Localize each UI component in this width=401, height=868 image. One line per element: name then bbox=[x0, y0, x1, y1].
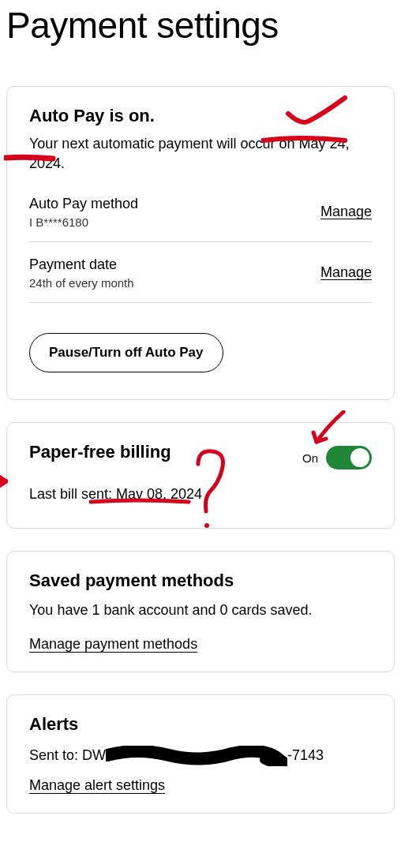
manage-alert-settings-link[interactable]: Manage alert settings bbox=[29, 777, 165, 794]
paperfree-last-bill: Last bill sent: May 08, 2024 bbox=[29, 486, 372, 503]
saved-methods-summary: You have 1 bank account and 0 cards save… bbox=[29, 602, 372, 619]
saved-methods-title: Saved payment methods bbox=[29, 571, 372, 591]
manage-payment-methods-link[interactable]: Manage payment methods bbox=[29, 636, 197, 653]
svg-point-0 bbox=[204, 523, 209, 528]
paperfree-toggle-label: On bbox=[302, 451, 318, 465]
autopay-date-row: Payment date 24th of every month Manage bbox=[29, 256, 372, 303]
manage-date-link[interactable]: Manage bbox=[320, 256, 372, 281]
autopay-date-value: 24th of every month bbox=[29, 276, 134, 290]
paperfree-title: Paper-free billing bbox=[29, 442, 171, 462]
manage-method-link[interactable]: Manage bbox=[320, 196, 372, 220]
autopay-date-label: Payment date bbox=[29, 256, 134, 273]
paperfree-toggle[interactable] bbox=[326, 446, 372, 470]
autopay-next-payment: Your next automatic payment will occur o… bbox=[29, 134, 372, 174]
saved-methods-card: Saved payment methods You have 1 bank ac… bbox=[6, 551, 395, 672]
redaction-scribble bbox=[106, 746, 287, 766]
alerts-sent-suffix: -7143 bbox=[287, 747, 324, 763]
autopay-method-label: Auto Pay method bbox=[29, 196, 138, 212]
autopay-card: Auto Pay is on. Your next automatic paym… bbox=[6, 86, 395, 400]
alerts-card: Alerts Sent to: DW-7143 Manage alert set… bbox=[6, 694, 395, 814]
alerts-title: Alerts bbox=[29, 714, 372, 735]
annotation-arrow-lastbill bbox=[0, 472, 10, 491]
annotation-arrow-toggle bbox=[310, 410, 350, 445]
autopay-method-value: I B****6180 bbox=[29, 215, 138, 229]
page-title: Payment settings bbox=[6, 4, 395, 47]
alerts-sent-to: Sent to: DW-7143 bbox=[29, 746, 372, 766]
paperfree-card: Paper-free billing On Last bill sent: Ma… bbox=[6, 422, 395, 529]
alerts-sent-prefix: Sent to: DW bbox=[29, 747, 106, 763]
pause-autopay-button[interactable]: Pause/Turn off Auto Pay bbox=[29, 333, 223, 372]
autopay-title: Auto Pay is on. bbox=[29, 106, 372, 126]
autopay-method-row: Auto Pay method I B****6180 Manage bbox=[29, 196, 372, 242]
